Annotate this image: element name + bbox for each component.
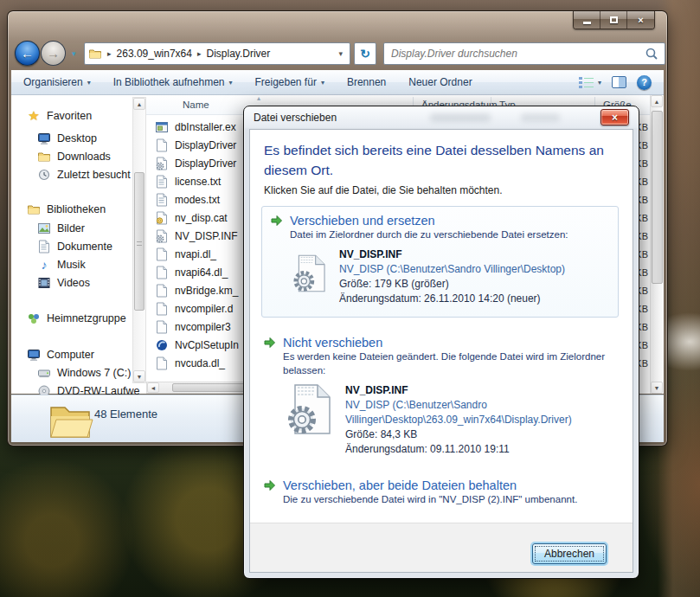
forward-button[interactable]: →	[41, 41, 66, 66]
refresh-button[interactable]: ↻	[354, 42, 376, 65]
sort-ascending-icon: ▴	[257, 94, 260, 102]
item-count: 48 Elemente	[94, 408, 157, 420]
glass-smudge	[430, 113, 491, 122]
dialog-title: Datei verschieben	[254, 112, 337, 124]
generic-file-icon	[155, 320, 169, 334]
search-box[interactable]	[383, 42, 665, 65]
sidebar-item-desktop[interactable]: Desktop	[37, 130, 97, 147]
chevron-down-icon: ▾	[87, 79, 91, 87]
address-bar[interactable]: ▸ 263.09_win7x64 ▸ Display.Driver ▾	[84, 42, 350, 65]
videos-icon	[37, 276, 51, 290]
minimize-button[interactable]	[574, 11, 600, 29]
generic-file-icon	[155, 138, 169, 152]
nvidia-cpl-icon	[155, 338, 169, 352]
green-arrow-icon	[264, 337, 276, 349]
sidebar-item-bilder[interactable]: Bilder	[37, 220, 85, 237]
breadcrumb-folder[interactable]: 263.09_win7x64	[117, 48, 192, 60]
folder-icon	[48, 397, 94, 440]
back-icon: ←	[21, 46, 34, 61]
scroll-up-button[interactable]: ▲	[651, 95, 663, 107]
chevron-down-icon: ▾	[321, 79, 324, 87]
dialog-content: Es befindet sich bereits eine Datei dess…	[249, 129, 633, 573]
add-to-library-menu[interactable]: In Bibliothek aufnehmen▾	[113, 76, 233, 88]
close-icon: ×	[612, 112, 618, 124]
sidebar-item-favoriten[interactable]: ★Favoriten	[27, 107, 92, 125]
generic-file-icon	[155, 266, 169, 279]
sidebar-scrollbar[interactable]: ▲ ▼	[132, 97, 146, 383]
change-view-button[interactable]: ▾	[579, 76, 601, 88]
help-icon: ?	[641, 77, 647, 87]
sidebar-item-recent[interactable]: Zuletzt besucht	[37, 166, 131, 183]
scroll-down-button[interactable]: ▼	[133, 370, 145, 382]
option-label[interactable]: Verschieben und ersetzen	[290, 214, 435, 228]
glass-smudge	[521, 113, 560, 122]
scroll-up-icon: ▲	[137, 101, 143, 107]
option-label[interactable]: Nicht verschieben	[283, 336, 382, 350]
refresh-icon: ↻	[360, 47, 370, 61]
option-label[interactable]: Verschieben, aber beide Dateien behalten	[283, 478, 517, 492]
sidebar-item-musik[interactable]: ♪Musik	[37, 256, 86, 273]
preview-pane-button[interactable]	[612, 76, 626, 88]
help-button[interactable]: ?	[637, 75, 652, 90]
dialog-subheading: Klicken Sie auf die Datei, die Sie behal…	[264, 184, 619, 196]
file-list-scrollbar[interactable]: ▲ ▼	[650, 95, 664, 394]
new-folder-button[interactable]: Neuer Ordner	[408, 76, 472, 88]
column-header-name[interactable]: Name	[183, 100, 209, 110]
scroll-down-icon: ▼	[137, 374, 143, 380]
file-location: NV_DISP (C:\Benutzer\Sandro Villinger\De…	[339, 262, 609, 277]
sidebar-item-dokumente[interactable]: Dokumente	[37, 238, 112, 255]
scroll-up-button[interactable]: ▲	[133, 98, 145, 110]
generic-file-icon	[155, 247, 169, 261]
desktop-icon	[37, 132, 51, 145]
window-caption-buttons: ×	[573, 11, 655, 29]
crumb-separator-icon: ▸	[197, 49, 202, 58]
organize-menu[interactable]: Organisieren▾	[23, 76, 91, 88]
inf-file-icon	[283, 383, 333, 435]
share-with-menu[interactable]: Freigeben für▾	[255, 76, 324, 88]
text-file-icon	[155, 193, 169, 207]
address-dropdown-icon[interactable]: ▾	[335, 49, 346, 58]
option-keep-both[interactable]: Verschieben, aber beide Dateien behalten…	[264, 478, 619, 507]
sidebar-item-heimnetzgruppe[interactable]: Heimnetzgruppe	[27, 310, 126, 327]
folder-icon	[88, 47, 102, 61]
option-dont-move[interactable]: Nicht verschieben Es werden keine Dateie…	[264, 336, 619, 457]
scrollbar-thumb[interactable]	[134, 172, 144, 311]
sidebar-item-windows7-c[interactable]: Windows 7 (C:)	[37, 364, 131, 382]
documents-icon	[37, 240, 51, 254]
desktop: { "icons": { "close": "×", "back_arrow":…	[0, 0, 700, 597]
sidebar-item-computer[interactable]: Computer	[27, 346, 94, 363]
scroll-left-button[interactable]: ◄	[147, 382, 159, 393]
search-icon	[645, 48, 658, 60]
file-name: NV_DISP.INF	[345, 383, 615, 398]
sidebar-item-videos[interactable]: Videos	[37, 274, 90, 292]
exe-file-icon	[155, 120, 169, 134]
green-arrow-icon	[271, 215, 283, 227]
close-button[interactable]: ×	[627, 11, 654, 29]
maximize-button[interactable]	[600, 11, 627, 29]
file-size: Größe: 179 KB (größer)	[339, 277, 609, 292]
back-button[interactable]: ←	[15, 41, 40, 66]
file-location: NV_DISP (C:\Benutzer\Sandro Villinger\De…	[345, 398, 615, 427]
sidebar-item-bibliotheken[interactable]: Bibliotheken	[27, 201, 106, 218]
burn-button[interactable]: Brennen	[347, 76, 386, 88]
recent-pages-dropdown[interactable]: ▾	[72, 49, 76, 58]
option-move-and-replace[interactable]: Verschieben und ersetzen Datei im Zielor…	[261, 206, 619, 318]
search-input[interactable]	[384, 48, 645, 60]
scroll-down-icon: ▼	[654, 385, 660, 391]
dialog-heading: Es befindet sich bereits eine Datei dess…	[264, 140, 622, 181]
dialog-close-button[interactable]: ×	[600, 109, 629, 125]
pictures-icon	[37, 221, 51, 235]
file-size: Größe: 84,3 KB	[345, 427, 615, 442]
file-name: NV_DISP.INF	[339, 247, 609, 262]
scroll-down-button[interactable]: ▼	[651, 382, 663, 394]
breadcrumb-folder[interactable]: Display.Driver	[206, 48, 270, 60]
scrollbar-thumb[interactable]	[652, 111, 663, 284]
chevron-down-icon: ▾	[228, 79, 232, 87]
setup-file-icon	[155, 157, 169, 170]
dialog-titlebar[interactable]: Datei verschieben ×	[244, 106, 639, 129]
downloads-icon	[37, 150, 51, 164]
cancel-button[interactable]: Abbrechen	[532, 543, 607, 564]
hard-drive-icon	[37, 366, 51, 380]
sidebar-item-downloads[interactable]: Downloads	[37, 148, 111, 165]
music-icon: ♪	[37, 258, 51, 272]
